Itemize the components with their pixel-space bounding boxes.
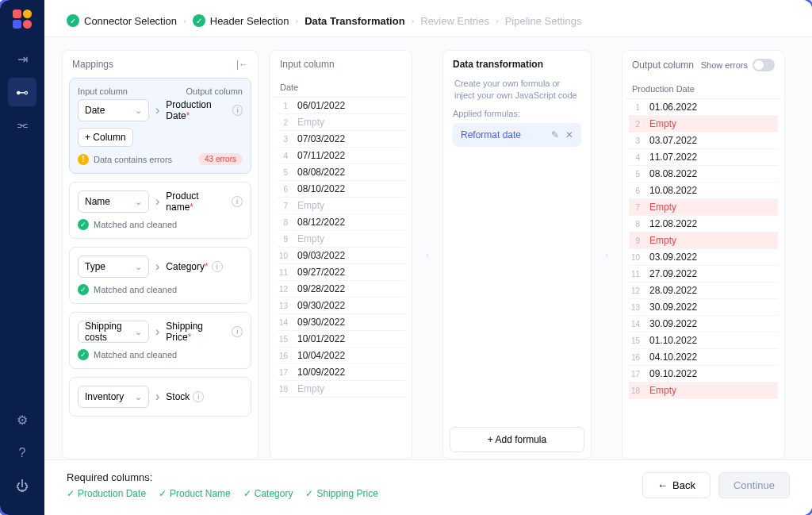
input-column-select[interactable]: Inventory⌄ [78,386,149,408]
table-row[interactable]: 610.08.2022 [629,183,778,199]
table-row[interactable]: 1330.09.2022 [629,299,778,316]
table-row[interactable]: 1604.10.2022 [629,349,778,366]
table-row[interactable]: 1409/30/2022 [277,314,405,331]
table-row[interactable]: 1710/09/2022 [277,364,405,381]
breadcrumb-step[interactable]: Data Transformation [304,15,404,27]
mapping-card[interactable]: Shipping costs⌄›Shipping Price* i✓Matche… [69,312,251,369]
chevron-down-icon: ⌄ [135,106,142,116]
table-row[interactable]: 1610/04/2022 [277,348,405,364]
chevron-right-icon: › [295,16,298,25]
formula-chip[interactable]: Reformat date ✎ ✕ [453,123,581,147]
table-row[interactable]: 608/10/2022 [277,181,405,198]
nav-share-icon[interactable]: ⫘ [8,111,36,140]
add-formula-button[interactable]: + Add formula [450,427,584,452]
table-row[interactable]: 1709.10.2022 [629,366,778,382]
cell-value: 07/03/2022 [293,132,405,146]
table-row[interactable]: 18Empty [277,381,405,398]
info-icon[interactable]: i [232,326,243,337]
breadcrumb-label: Header Selection [210,15,289,27]
table-row[interactable]: 1430.09.2022 [629,316,778,332]
info-icon[interactable]: i [232,196,243,207]
cell-value: 27.09.2022 [645,267,778,281]
show-errors-toggle[interactable] [753,59,775,71]
table-row[interactable]: 808/12/2022 [277,214,405,231]
mapping-card[interactable]: Type⌄›Category* i✓Matched and cleaned [69,247,251,304]
transform-panel: Data transformation Create your own form… [442,50,592,459]
row-number: 4 [629,153,645,162]
transform-title: Data transformation [453,59,543,70]
row-number: 5 [277,168,293,177]
back-button[interactable]: ← Back [642,472,710,498]
table-row[interactable]: 101.06.2022 [629,99,778,116]
table-row[interactable]: 1309/30/2022 [277,298,405,314]
table-row[interactable]: 18Empty [629,382,778,399]
table-row[interactable]: 1003.09.2022 [629,249,778,266]
edit-icon[interactable]: ✎ [551,129,559,140]
continue-button[interactable]: Continue [718,472,790,498]
table-row[interactable]: 307/03/2022 [277,131,405,148]
cell-value: Empty [645,233,778,248]
input-column-select[interactable]: Shipping costs⌄ [78,321,149,343]
table-row[interactable]: 1127.09.2022 [629,266,778,282]
table-row[interactable]: 812.08.2022 [629,216,778,233]
row-number: 6 [629,186,645,195]
breadcrumb-step[interactable]: ✓Connector Selection [67,14,177,27]
divider-icon[interactable]: › [603,50,611,459]
required-label: Required columns: [67,471,378,483]
table-row[interactable]: 2Empty [277,114,405,131]
output-col-label: Output column [186,86,243,96]
info-icon[interactable]: i [212,261,223,272]
table-row[interactable]: 7Empty [629,199,778,216]
nav-help-icon[interactable]: ? [8,439,36,467]
plus-icon: + [488,434,493,445]
table-row[interactable]: 7Empty [277,198,405,214]
input-column-select[interactable]: Type⌄ [78,256,149,278]
table-row[interactable]: 407/11/2022 [277,148,405,164]
mapping-card[interactable]: Input columnOutput columnDate⌄›Productio… [69,78,251,174]
row-number: 9 [629,236,645,245]
input-column-select[interactable]: Name⌄ [78,190,149,213]
arrow-icon: › [155,103,159,117]
table-row[interactable]: 508/08/2022 [277,164,405,181]
input-title: Input column [280,59,335,70]
table-row[interactable]: 1228.09.2022 [629,282,778,299]
transform-desc: Create your own formula or inject your o… [453,78,581,109]
row-number: 3 [629,136,645,145]
table-row[interactable]: 9Empty [629,233,778,249]
arrow-icon: › [155,194,159,209]
table-row[interactable]: 1209/28/2022 [277,281,405,298]
input-column-select[interactable]: Date⌄ [78,99,149,121]
mapping-card[interactable]: Inventory⌄›Stock i [69,377,251,417]
table-row[interactable]: 508.08.2022 [629,166,778,183]
check-icon: ✓ [67,14,79,27]
nav-power-icon[interactable]: ⏻ [8,472,36,501]
chevron-down-icon: ⌄ [135,327,142,337]
info-icon[interactable]: i [193,391,204,402]
table-row[interactable]: 303.07.2022 [629,133,778,149]
table-row[interactable]: 1009/03/2022 [277,248,405,264]
breadcrumb-label: Data Transformation [304,15,404,27]
nav-export-icon[interactable]: ⇥ [8,44,36,73]
table-row[interactable]: 411.07.2022 [629,149,778,166]
info-icon[interactable]: i [232,105,243,116]
table-row[interactable]: 1510/01/2022 [277,331,405,348]
table-row[interactable]: 9Empty [277,231,405,248]
collapse-icon[interactable]: |← [236,59,248,70]
nav-pipeline-icon[interactable]: ⊷ [8,78,36,106]
nav-settings-icon[interactable]: ⚙ [8,405,36,434]
table-row[interactable]: 1501.10.2022 [629,332,778,349]
cell-value: 09/28/2022 [293,282,405,296]
matched-text: Matched and cleaned [94,285,177,294]
close-icon[interactable]: ✕ [565,129,573,140]
divider-icon[interactable]: › [423,50,431,459]
table-row[interactable]: 2Empty [629,116,778,133]
output-column-label: Production Date* i [166,99,243,121]
cell-value: 10/04/2022 [293,348,405,363]
table-row[interactable]: 1109/27/2022 [277,264,405,281]
mapping-card[interactable]: Name⌄›Product name* i✓Matched and cleane… [69,182,251,239]
add-column-button[interactable]: + Column [78,128,133,147]
table-row[interactable]: 106/01/2022 [277,98,405,114]
breadcrumb-step[interactable]: ✓Header Selection [193,14,289,27]
cell-value: 04.10.2022 [645,350,778,364]
cell-value: 07/11/2022 [293,148,405,163]
